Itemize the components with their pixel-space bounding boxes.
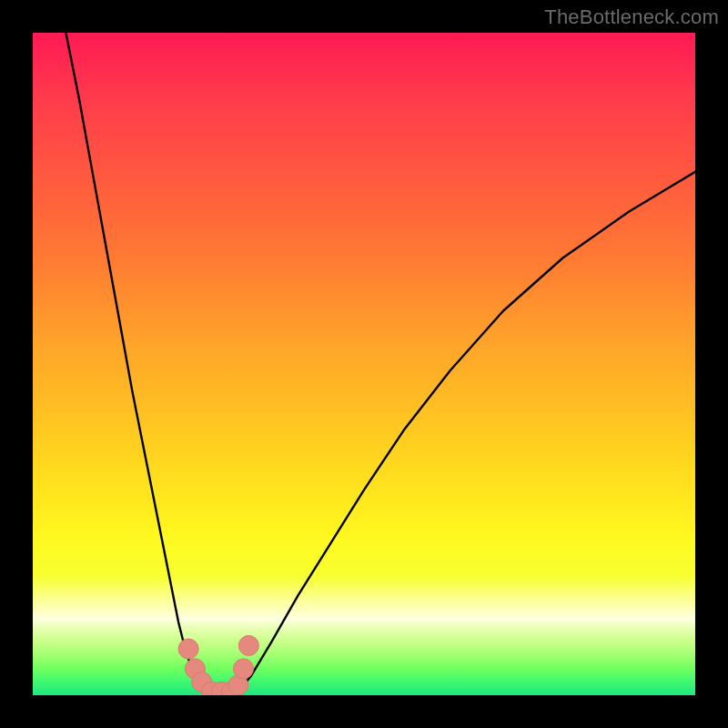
curve-marker bbox=[238, 635, 258, 655]
bottleneck-curve bbox=[66, 33, 695, 695]
marker-group bbox=[178, 635, 258, 695]
plot-area bbox=[33, 33, 695, 695]
curve-path-group bbox=[66, 33, 695, 695]
curve-marker bbox=[234, 659, 254, 679]
bottleneck-curve-svg bbox=[33, 33, 695, 695]
chart-frame: TheBottleneck.com bbox=[0, 0, 728, 728]
watermark-text: TheBottleneck.com bbox=[544, 5, 719, 29]
curve-marker bbox=[178, 639, 198, 659]
